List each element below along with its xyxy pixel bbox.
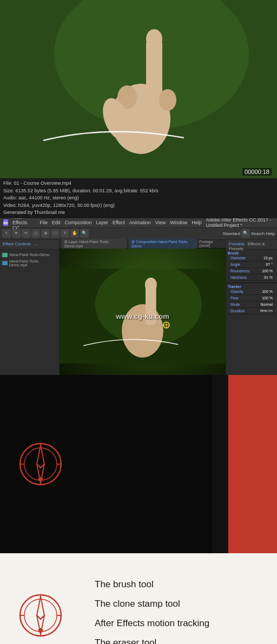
menu-animation[interactable]: Animation <box>129 220 151 225</box>
search-help-label: Search Help <box>251 231 275 236</box>
toolbar-zoom[interactable]: 🔍 <box>80 229 89 238</box>
course-red-stripe <box>228 375 277 569</box>
menu-effect[interactable]: Effect <box>113 220 125 225</box>
brush-angle-row: Angle 67 ° <box>228 261 275 268</box>
menu-edit[interactable]: Edit <box>52 220 61 225</box>
compass-svg-bottom <box>16 591 65 640</box>
ae-comp-view: 00000:34 www.cg-ku.com <box>60 249 226 375</box>
menu-help[interactable]: Help <box>192 220 202 225</box>
search-button[interactable]: 🔍 <box>241 229 250 238</box>
menu-file[interactable]: File <box>39 220 48 225</box>
toolbar-shape[interactable]: □ <box>51 229 60 238</box>
course-item-3: After Effects motion tracking <box>95 614 272 633</box>
file-info-bar: File: 01 - Course Overview.mp4 Size: 613… <box>0 178 277 218</box>
ae-window-title: Adobe After Effects CC 2017 - Untitled P… <box>206 218 274 229</box>
toolbar-select[interactable]: ↖ <box>2 229 11 238</box>
footage-tab[interactable]: Footage (none) <box>199 240 223 247</box>
opacity-row: Opacity 100 % <box>228 289 275 295</box>
mode-val: Normal <box>260 303 273 306</box>
opacity-val: 100 % <box>262 290 273 293</box>
tracker-panel: Tracker Opacity 100 % Flow 100 % Mode No… <box>226 283 277 316</box>
diam-label: Diameter <box>230 256 246 260</box>
layer-tab[interactable]: ⊞ Layer Hand-Paint-Tools-Demo.mp4 <box>62 239 127 249</box>
dur-label: Duration <box>230 309 245 313</box>
menu-view[interactable]: View <box>155 220 166 225</box>
file-info-line1: File: 01 - Course Overview.mp4 <box>3 180 274 187</box>
preview-label[interactable]: Preview <box>229 242 244 246</box>
video-section: 00000:18 <box>0 0 277 178</box>
svg-point-83 <box>24 599 57 632</box>
brush-diam-row: Diameter 19 px <box>228 255 275 261</box>
file-info-line4: Video: h264, yuv420p, 1280x720, 30.00 fp… <box>3 202 274 210</box>
ae-menubar: Ae After Effects CC File Edit Compositio… <box>0 218 277 228</box>
toolbar-pen[interactable]: ✒ <box>12 229 21 238</box>
tracker-title: Tracker <box>228 285 275 289</box>
menu-composition[interactable]: Composition <box>64 220 91 225</box>
brush-panel-title: Brush <box>228 251 275 255</box>
svg-point-74 <box>24 448 57 480</box>
dur-val: Write On <box>260 309 273 312</box>
course-item-1: The brush tool <box>95 575 272 594</box>
ae-logo: Ae <box>3 219 8 226</box>
toolbar-brush[interactable]: ✏ <box>22 229 30 238</box>
round-value: 100 % <box>262 269 273 273</box>
compass-svg-top <box>16 440 65 488</box>
ae-interface: Ae After Effects CC File Edit Compositio… <box>0 218 277 375</box>
file-info-line5: Generated by Thumbnail me <box>3 209 274 217</box>
project-tab[interactable]: ... <box>35 242 38 246</box>
angle-value: 67 ° <box>266 263 273 266</box>
course-list: The brush tool The clone stamp tool Afte… <box>95 575 272 645</box>
duration-row: Duration Write On <box>228 308 275 314</box>
ae-main-area: Effect Controls ... Hand-Paint-Tools-Dem… <box>0 240 277 375</box>
ae-panel-tabs: Effect Controls ... <box>0 240 59 250</box>
flow-label: Flow <box>230 296 239 300</box>
menu-window[interactable]: Window <box>170 220 187 225</box>
compass-icon-top <box>16 440 65 488</box>
mode-label: Mode <box>230 303 240 306</box>
ae-effects-panel: Preview Effects & Presets Brush Diameter… <box>226 240 277 375</box>
hand-svg <box>0 0 277 178</box>
brush-panel: Brush Diameter 19 px Angle 67 ° Roundnes… <box>226 250 277 283</box>
watermark: www.cg-ku.com <box>116 312 169 320</box>
toolbar-stamp[interactable]: ⊕ <box>41 229 50 238</box>
course-item-2: The clone stamp tool <box>95 594 272 614</box>
project-item-label-2: Hand-Paint-Tools-Demo.mp4 <box>9 259 57 267</box>
toolbar-eraser[interactable]: ◻ <box>31 229 40 238</box>
svg-point-12 <box>145 277 157 291</box>
course-section: The brush tool The clone stamp tool Afte… <box>0 375 277 645</box>
ae-toolbar: ↖ ✒ ✏ ◻ ⊕ □ T ✋ 🔍 Standard 🔍 Search Help <box>0 228 277 240</box>
toolbar-text[interactable]: T <box>61 229 69 238</box>
project-item-2[interactable]: Hand-Paint-Tools-Demo.mp4 <box>2 258 57 268</box>
diam-value: 19 px <box>263 256 273 260</box>
comp-tab[interactable]: ⊞ Composition Hand-Paint-Tools-Demo <box>129 239 197 249</box>
project-item-label-1: Hand-Paint-Tools-Demo <box>9 253 50 257</box>
brush-hard-row: Hardness 91 % <box>228 274 275 281</box>
course-item-4: The eraser tool <box>95 633 272 645</box>
flow-row: Flow 100 % <box>228 295 275 301</box>
ae-project-items: Hand-Paint-Tools-Demo Hand-Paint-Tools-D… <box>0 250 59 270</box>
mode-row: Mode Normal <box>228 301 275 308</box>
footage-icon-2 <box>2 261 8 265</box>
compass-icon-bottom <box>16 591 65 640</box>
effects-controls-tab[interactable]: Effect Controls <box>3 242 31 246</box>
hard-value: 91 % <box>264 276 273 279</box>
footage-icon <box>2 253 8 257</box>
svg-point-6 <box>159 89 176 111</box>
hard-label: Hardness <box>230 276 247 279</box>
file-info-line3: Audio: aac, 44100 Hz, stereo (eng) <box>3 194 274 202</box>
opacity-label: Opacity <box>230 290 243 293</box>
brush-round-row: Roundness 100 % <box>228 268 275 274</box>
workspace-label: Standard <box>223 231 240 236</box>
project-item-1[interactable]: Hand-Paint-Tools-Demo <box>2 252 57 258</box>
comp-tabs: ⊞ Layer Hand-Paint-Tools-Demo.mp4 ⊞ Comp… <box>60 240 226 249</box>
file-info-line2: Size: 6135.52 bytes (5.85 MiB), duration… <box>3 187 274 195</box>
menu-layer[interactable]: Layer <box>96 220 108 225</box>
ae-composition-panel: ⊞ Layer Hand-Paint-Tools-Demo.mp4 ⊞ Comp… <box>60 240 226 375</box>
round-label: Roundness <box>230 269 249 273</box>
toolbar-pan[interactable]: ✋ <box>70 229 79 238</box>
svg-point-4 <box>146 29 162 49</box>
flow-val: 100 % <box>262 296 273 300</box>
ae-project-panel: Effect Controls ... Hand-Paint-Tools-Dem… <box>0 240 60 375</box>
course-black-stripe <box>212 375 228 569</box>
video-timestamp: 00000:18 <box>242 168 272 176</box>
